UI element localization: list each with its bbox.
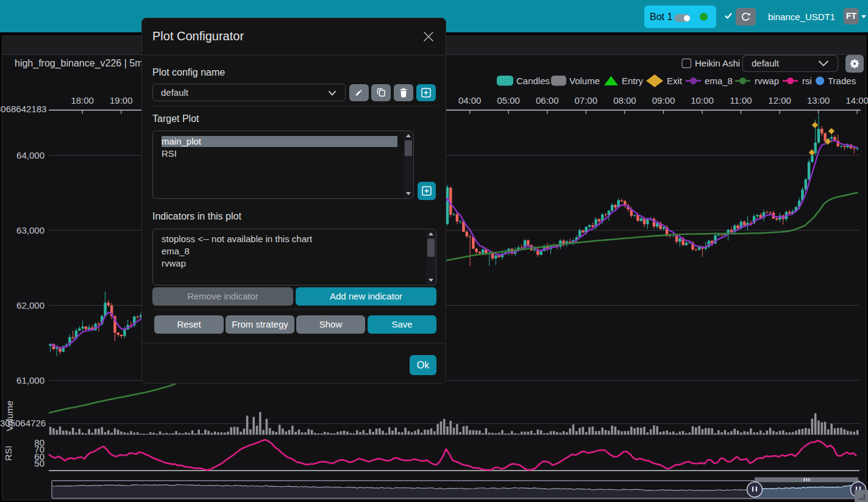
svg-text:Trades: Trades [828, 76, 856, 86]
svg-text:10:00: 10:00 [691, 95, 714, 106]
svg-text:high_frog_binance_v226 | 5m: high_frog_binance_v226 | 5m [15, 58, 143, 69]
svg-text:04:00: 04:00 [458, 95, 482, 106]
svg-text:61,000: 61,000 [16, 375, 44, 385]
svg-text:05:00: 05:00 [497, 95, 520, 106]
svg-text:62,000: 62,000 [16, 300, 44, 310]
svg-text:09:00: 09:00 [652, 95, 675, 106]
svg-text:Volume: Volume [569, 76, 600, 86]
svg-text:06:00: 06:00 [536, 95, 559, 106]
svg-text:Entry: Entry [622, 76, 644, 86]
svg-text:ema_8: ema_8 [705, 76, 733, 86]
svg-text:19:00: 19:00 [110, 95, 133, 106]
svg-text:18:00: 18:00 [71, 95, 94, 106]
svg-text:RSI: RSI [3, 445, 13, 461]
svg-text:14:00: 14:00 [845, 95, 868, 106]
svg-text:07:00: 07:00 [575, 95, 598, 106]
svg-text:08:00: 08:00 [613, 95, 636, 106]
svg-text:50: 50 [34, 458, 44, 468]
svg-text:rsi: rsi [802, 76, 812, 86]
svg-text:Candles: Candles [516, 76, 550, 86]
svg-text:Heikin Ashi: Heikin Ashi [695, 58, 740, 68]
svg-text:13:00: 13:00 [807, 95, 830, 106]
svg-text:63,000: 63,000 [16, 225, 44, 235]
svg-text:64,000: 64,000 [16, 150, 44, 160]
svg-text:default: default [752, 58, 780, 68]
svg-text:rvwap: rvwap [755, 76, 779, 86]
svg-text:Volume: Volume [4, 401, 15, 431]
svg-text:12:00: 12:00 [768, 95, 791, 106]
svg-text:11:00: 11:00 [730, 95, 752, 106]
svg-text:3068642183: 3068642183 [0, 104, 46, 114]
svg-text:Exit: Exit [667, 76, 683, 86]
